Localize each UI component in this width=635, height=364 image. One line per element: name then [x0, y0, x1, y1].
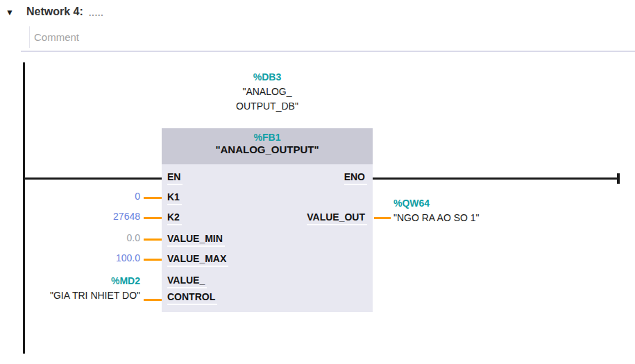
pin-value-min[interactable]: VALUE_MIN	[167, 233, 225, 247]
network-title[interactable]: Network 4:	[26, 6, 83, 18]
pin-eno[interactable]: ENO	[344, 171, 367, 185]
pin-en-label: EN	[167, 171, 183, 185]
value-control-operand-callout[interactable]: %MD2 "GIA TRI NHIET DO"	[50, 274, 140, 303]
ladder-network-canvas: ▼ Network 4: ..... Comment %DB3 "ANALOG_…	[0, 0, 635, 364]
pin-value-out-label: VALUE_OUT	[307, 211, 367, 225]
pin-value-control-label2: CONTROL	[167, 291, 217, 305]
pin-value-max[interactable]: VALUE_MAX	[167, 253, 228, 267]
instance-db-operand[interactable]: %DB3	[253, 71, 281, 83]
value-out-operand-callout[interactable]: %QW64 "NGO RA AO SO 1"	[393, 196, 480, 225]
value-control-operand[interactable]: %MD2	[111, 275, 140, 286]
value-min-constant-value[interactable]: 0.0	[127, 232, 140, 243]
pin-en[interactable]: EN	[167, 171, 183, 185]
fb-block-header[interactable]: %FB1 "ANALOG_OUTPUT"	[162, 128, 373, 164]
pin-value-min-label: VALUE_MIN	[167, 233, 225, 247]
comment-placeholder: Comment	[34, 31, 79, 43]
pin-value-max-label: VALUE_MAX	[167, 253, 228, 267]
k2-wire-stub	[144, 217, 162, 219]
pin-value-control-line2[interactable]: CONTROL	[167, 291, 217, 305]
pin-value-out[interactable]: VALUE_OUT	[307, 211, 367, 225]
fb-operand[interactable]: %FB1	[162, 132, 373, 143]
pin-k2[interactable]: K2	[167, 211, 182, 225]
value-control-tag[interactable]: "GIA TRI NHIET DO"	[50, 290, 140, 301]
pin-eno-label: ENO	[344, 171, 367, 185]
k1-wire-stub	[144, 197, 162, 199]
value-control-wire-stub	[144, 299, 162, 301]
network-comment-box[interactable]: Comment	[29, 26, 630, 48]
fb-name[interactable]: "ANALOG_OUTPUT"	[162, 144, 373, 155]
eno-wire	[373, 177, 618, 180]
network-collapse-icon[interactable]: ▼	[6, 8, 14, 17]
k2-constant-value[interactable]: 27648	[113, 211, 140, 222]
value-out-tag[interactable]: "NGO RA AO SO 1"	[393, 212, 480, 223]
value-out-operand[interactable]: %QW64	[393, 198, 430, 209]
en-wire	[24, 177, 162, 180]
instance-db-callout[interactable]: %DB3 "ANALOG_ OUTPUT_DB"	[162, 70, 373, 114]
instance-db-name-line2: OUTPUT_DB"	[236, 101, 298, 112]
pin-value-control-label1: VALUE_	[167, 275, 207, 288]
pin-k1-label: K1	[167, 191, 182, 205]
value-min-wire-stub	[144, 239, 162, 241]
value-out-wire-stub	[374, 217, 391, 219]
pin-k2-label: K2	[167, 211, 182, 225]
instance-db-name-line1: "ANALOG_	[242, 86, 291, 97]
eno-terminal-tick	[617, 173, 620, 184]
network-title-placeholder[interactable]: .....	[89, 8, 104, 18]
k1-constant-value[interactable]: 0	[135, 191, 140, 202]
pin-value-control-line1[interactable]: VALUE_	[167, 275, 207, 288]
network-divider	[21, 51, 635, 52]
pin-k1[interactable]: K1	[167, 191, 182, 205]
value-max-constant-value[interactable]: 100.0	[116, 252, 140, 263]
power-rail-left	[23, 62, 25, 354]
value-max-wire-stub	[144, 259, 162, 261]
